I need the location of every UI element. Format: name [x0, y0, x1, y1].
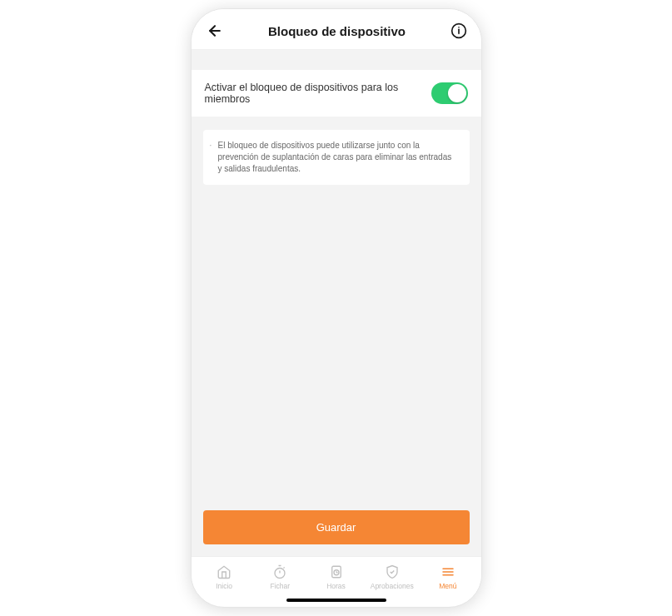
toggle-label: Activar el bloqueo de dispositivos para …	[205, 82, 431, 105]
info-button[interactable]	[450, 22, 468, 40]
nav-label: Fichar	[270, 582, 290, 590]
nav-item-horas[interactable]: Horas	[308, 564, 364, 590]
stopwatch-icon	[271, 564, 288, 580]
page-title: Bloqueo de dispositivo	[225, 24, 450, 38]
content: Activar el bloqueo de dispositivos para …	[192, 50, 481, 556]
spacer	[192, 50, 481, 70]
header: Bloqueo de dispositivo	[192, 9, 481, 50]
device-lock-toggle[interactable]	[431, 82, 468, 104]
timesheet-icon	[328, 564, 345, 580]
home-indicator	[286, 599, 386, 602]
nav-item-fichar[interactable]: Fichar	[252, 564, 308, 590]
nav-label: Menú	[439, 582, 456, 590]
shield-check-icon	[384, 564, 401, 580]
save-button-wrap: Guardar	[192, 510, 481, 556]
nav-label: Horas	[326, 582, 346, 590]
nav-item-aprobaciones[interactable]: Aprobaciones	[364, 564, 420, 590]
info-icon	[450, 22, 467, 39]
nav-label: Inicio	[216, 582, 232, 590]
menu-icon	[440, 564, 456, 580]
toggle-row: Activar el bloqueo de dispositivos para …	[192, 70, 481, 117]
svg-line-7	[284, 567, 285, 568]
switch-knob	[448, 84, 466, 102]
nav-label: Aprobaciones	[371, 582, 414, 590]
info-card-text: El bloqueo de dispositivos puede utiliza…	[218, 140, 458, 175]
nav-item-inicio[interactable]: Inicio	[197, 564, 252, 590]
bottom-nav: Inicio Fichar Horas Aprobaciones Menú	[192, 556, 481, 594]
phone-frame: Bloqueo de dispositivo Activar el bloque…	[191, 8, 482, 608]
home-icon	[216, 564, 232, 580]
save-button[interactable]: Guardar	[203, 510, 470, 544]
back-button[interactable]	[205, 21, 225, 41]
info-card: El bloqueo de dispositivos puede utiliza…	[203, 130, 470, 185]
spacer	[192, 185, 481, 510]
svg-point-3	[458, 27, 460, 28]
nav-item-menu[interactable]: Menú	[420, 564, 475, 590]
arrow-left-icon	[207, 22, 223, 39]
